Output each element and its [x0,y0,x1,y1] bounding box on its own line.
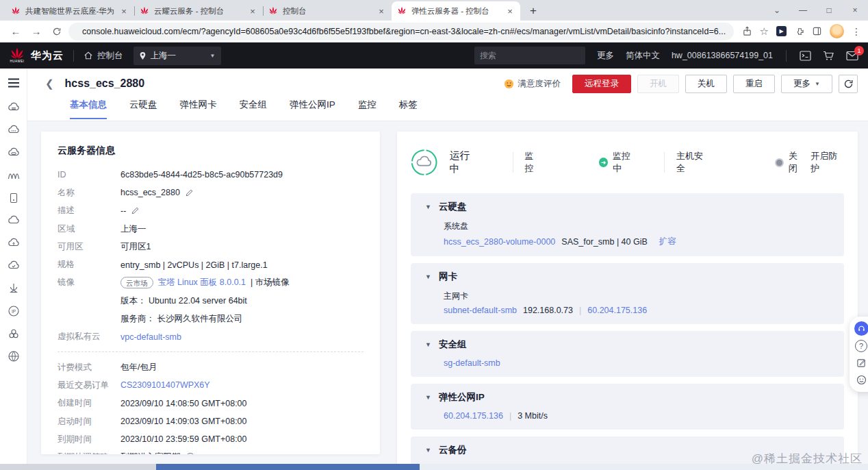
help-question-icon[interactable]: ? [186,453,195,454]
cart-icon[interactable] [823,51,834,61]
window-menu-icon[interactable]: ⌄ [764,5,790,15]
profile-avatar[interactable] [830,24,844,38]
url-bar[interactable]: console.huaweicloud.com/ecm/?agencyId=60… [68,23,734,40]
search-input[interactable] [480,51,586,60]
security-group-link[interactable]: sg-default-smb [444,358,500,368]
new-tab-button[interactable]: + [524,2,542,20]
security-state: 关闭 [789,150,805,175]
tab-security-groups[interactable]: 安全组 [240,99,268,119]
sidebar-image-service-icon[interactable] [7,191,21,205]
back-icon[interactable]: ← [7,25,25,37]
sidebar-ecs-icon[interactable] [7,101,21,114]
help-icon[interactable]: ? [854,338,868,353]
browser-tab-active[interactable]: 弹性云服务器 - 控制台 × [392,1,520,21]
tab-eips[interactable]: 弹性公网IP [290,99,335,119]
tab-tags[interactable]: 标签 [399,99,418,119]
tab-close-icon[interactable]: × [505,6,515,16]
tab-disks[interactable]: 云硬盘 [129,99,157,119]
refresh-icon [843,79,854,89]
power-on-button[interactable]: 开机 [637,75,679,93]
enable-protection-link[interactable]: 开启防护 [810,150,844,175]
browser-tab[interactable]: 共建智能世界云底座-华为云 × [5,1,134,21]
logo-wordmark: HUAWEI [10,60,25,63]
vpc-link[interactable]: vpc-default-smb [120,332,181,342]
tab-monitoring[interactable]: 监控 [358,99,376,119]
browser-tab[interactable]: 控制台 × [263,1,392,21]
host-security-label: 主机安全 [676,150,710,175]
edit-pencil-icon[interactable] [185,188,194,197]
more-actions-button[interactable]: 更多▼ [781,75,832,93]
huawei-logo-icon[interactable]: HUAWEI [10,48,25,63]
collapse-caret-icon[interactable]: ▼ [425,273,431,280]
account-name[interactable]: hw_008613866574199_01 [672,51,773,60]
tab-nics[interactable]: 弹性网卡 [180,99,217,119]
language-switch[interactable]: 简体中文 [626,50,660,62]
sidebar-global-network-icon[interactable] [7,349,21,363]
sidebar-eip-icon[interactable]: IP [7,304,21,318]
reload-icon[interactable] [48,27,66,36]
taskbar-segment-blue [156,464,420,470]
reading-panel-icon[interactable] [812,26,822,36]
sidebar-autoscaling-icon[interactable] [7,169,21,182]
extension-icon[interactable]: ▶ [776,26,787,36]
divider: | [509,411,511,421]
sidebar-cloud-icon[interactable] [7,214,21,227]
power-off-button[interactable]: 关机 [685,75,727,93]
window-maximize-icon[interactable]: □ [816,5,842,15]
section-header[interactable]: ▼ 网卡 [425,271,834,283]
feedback-edit-icon[interactable] [854,356,868,370]
sidebar-cloud-server-icon[interactable] [7,146,21,160]
restart-button[interactable]: 重启 [733,75,775,93]
sidebar-cloud-dots-icon[interactable] [7,123,21,137]
eip-address-link[interactable]: 60.204.175.136 [444,411,503,421]
section-header[interactable]: ▼ 云硬盘 [425,201,834,213]
region-name: 上海一 [151,50,177,62]
back-chevron-icon[interactable]: ❮ [45,77,54,90]
collapse-caret-icon[interactable]: ▼ [425,447,431,454]
share-icon[interactable] [742,26,752,36]
more-menu[interactable]: 更多 [597,50,614,62]
cli-terminal-icon[interactable] [800,51,811,61]
tab-title: 控制台 [283,6,372,16]
console-home-link[interactable]: 控制台 [84,50,123,62]
order-link[interactable]: CS2309101407WPX6Y [120,380,210,390]
region-selector[interactable]: 上海一 ▼ [133,47,221,65]
messages-button[interactable]: 1 [846,51,858,61]
browser-menu-icon[interactable]: ⋮ [852,26,861,37]
sidebar-cloud-upload-icon[interactable] [7,236,21,250]
puzzle-extensions-icon[interactable] [794,26,804,36]
disk-group-label: 系统盘 [444,221,834,232]
info-row-az: 可用区 可用区1 [58,238,363,256]
window-minimize-icon[interactable]: — [790,5,816,15]
customer-service-headset-icon[interactable] [854,321,868,336]
hamburger-menu-icon[interactable] [8,76,20,90]
sidebar-group-icon[interactable] [7,327,21,341]
bookmark-star-icon[interactable]: ☆ [760,25,769,38]
collapse-caret-icon[interactable]: ▼ [425,394,431,401]
tab-basic-info[interactable]: 基本信息 [70,99,107,119]
eip-link[interactable]: 60.204.175.136 [587,306,647,315]
remote-login-button[interactable]: 远程登录 [572,75,631,93]
forward-icon[interactable]: → [27,25,45,37]
tab-close-icon[interactable]: × [248,6,257,16]
sidebar-deh-icon[interactable] [7,282,21,295]
satisfaction-survey-link[interactable]: 满意度评价 [504,78,561,90]
collapse-caret-icon[interactable]: ▼ [425,203,431,210]
brand-name[interactable]: 华为云 [31,49,64,62]
refresh-button[interactable] [839,75,858,93]
sidebar-cloud-check-icon[interactable] [7,259,21,273]
section-header[interactable]: ▼ 弹性公网IP [425,391,834,404]
expand-disk-link[interactable]: 扩容 [659,236,676,247]
subnet-link[interactable]: subnet-default-smb [444,306,517,315]
image-link[interactable]: 宝塔 Linux 面板 8.0.0.1 [158,277,246,288]
satisfaction-smiley-icon[interactable] [854,373,868,387]
collapse-caret-icon[interactable]: ▼ [425,341,431,348]
edit-pencil-icon[interactable] [131,206,140,215]
section-header[interactable]: ▼ 安全组 [425,338,834,351]
browser-tab[interactable]: 云耀云服务 - 控制台 × [134,1,263,21]
disk-link[interactable]: hcss_ecs_2880-volume-0000 [444,237,555,247]
window-close-icon[interactable]: × [842,5,868,15]
global-search[interactable] [474,47,585,64]
tab-close-icon[interactable]: × [119,6,129,16]
tab-close-icon[interactable]: × [376,6,386,16]
